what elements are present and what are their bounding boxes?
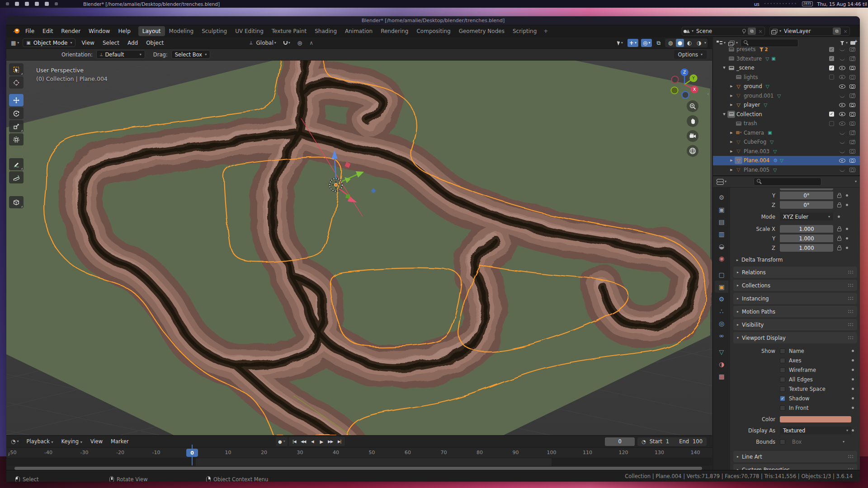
- orientation-dropdown[interactable]: ⟂Default▾: [96, 50, 145, 59]
- taskbar-arrow-icon[interactable]: [55, 2, 58, 5]
- navigation-axis-gizmo[interactable]: Z Y X: [669, 68, 700, 99]
- pan-hand-button[interactable]: [687, 115, 698, 127]
- timeline-menu-marker[interactable]: Marker: [107, 437, 133, 446]
- properties-tab-world[interactable]: ◉: [715, 252, 728, 264]
- drag-handle-icon[interactable]: [848, 468, 854, 470]
- shading-material-button[interactable]: ◐: [685, 39, 693, 47]
- taskbar-menu-icon[interactable]: [6, 2, 9, 5]
- current-frame-field[interactable]: 0: [605, 437, 635, 446]
- add-workspace-button[interactable]: +: [541, 26, 551, 36]
- unlock-icon[interactable]: [837, 195, 841, 198]
- tool-rotate[interactable]: [9, 107, 24, 119]
- checkbox-shadow[interactable]: ✓: [780, 396, 785, 401]
- next-keyframe-button[interactable]: ▶▶: [326, 437, 335, 446]
- rotation-z-field[interactable]: 0°: [780, 201, 833, 209]
- scale-z-field[interactable]: 1.000: [780, 244, 833, 252]
- outliner-row-3dtexture[interactable]: 3dtexture▽▣✓: [713, 54, 860, 64]
- collection-checkbox[interactable]: [829, 75, 834, 80]
- checkbox-in-front[interactable]: [780, 405, 785, 411]
- unlock-icon[interactable]: [837, 228, 841, 231]
- hide-in-viewport-toggle[interactable]: [840, 131, 845, 135]
- panel-custom-properties[interactable]: ▸Custom Properties: [733, 464, 857, 470]
- jump-to-end-button[interactable]: ▶|: [335, 437, 344, 446]
- outliner-row-ground-001[interactable]: ▶▽ground.001▽: [713, 91, 860, 101]
- unlink-scene-button[interactable]: ×: [758, 28, 763, 34]
- expand-toggle[interactable]: ▶: [728, 94, 735, 98]
- checkbox-all-edges[interactable]: [780, 377, 785, 382]
- drag-handle-icon[interactable]: [848, 455, 854, 459]
- properties-options-dropdown[interactable]: ▾: [855, 180, 857, 183]
- collection-checkbox[interactable]: ✓: [829, 66, 834, 70]
- bounds-checkbox[interactable]: [780, 439, 785, 445]
- disable-in-renders-toggle[interactable]: [849, 112, 855, 117]
- disable-in-renders-toggle[interactable]: [849, 122, 855, 126]
- unlock-icon[interactable]: [837, 204, 841, 207]
- outliner-row-presets[interactable]: presets2✓: [713, 45, 860, 54]
- camera-view-button[interactable]: [687, 130, 698, 142]
- proportional-editing-toggle[interactable]: ◎: [296, 39, 304, 47]
- hide-in-viewport-toggle[interactable]: [839, 122, 845, 126]
- properties-tab-material[interactable]: ◑: [715, 358, 728, 370]
- proportional-falloff-dropdown[interactable]: ∧: [307, 39, 315, 47]
- animate-dot[interactable]: [852, 350, 854, 352]
- show-gizmo-toggle[interactable]: +▾: [627, 39, 638, 47]
- animate-dot[interactable]: [852, 359, 854, 361]
- disable-in-renders-toggle[interactable]: [849, 131, 855, 135]
- menu-file[interactable]: File: [21, 27, 38, 36]
- chevron-down-icon[interactable]: ▾: [692, 29, 693, 33]
- menu-window[interactable]: Window: [85, 27, 114, 36]
- viewport-menu-select[interactable]: Select: [99, 38, 123, 47]
- timeline-menu-playback[interactable]: Playback ▾: [23, 437, 57, 446]
- disable-in-renders-toggle[interactable]: [849, 159, 855, 163]
- new-scene-button[interactable]: ⧉: [748, 28, 756, 35]
- expand-toggle[interactable]: ▼: [721, 113, 727, 116]
- object-type-visibility-dropdown[interactable]: ▾: [616, 40, 625, 46]
- hide-in-viewport-toggle[interactable]: [839, 66, 845, 70]
- workspace-tab-rendering[interactable]: Rendering: [377, 26, 412, 36]
- hide-in-viewport-toggle[interactable]: [839, 84, 845, 89]
- keyboard-layout-indicator[interactable]: us: [754, 1, 760, 7]
- taskbar-workspace-icon[interactable]: [15, 2, 19, 6]
- workspace-tab-sculpting[interactable]: Sculpting: [198, 26, 231, 36]
- show-overlays-toggle[interactable]: ◎▾: [641, 39, 652, 47]
- region-collapse-arrow[interactable]: ‹: [707, 90, 709, 97]
- new-view-layer-button[interactable]: ⧉: [833, 28, 841, 35]
- tool-scale[interactable]: [9, 120, 24, 132]
- drag-handle-icon[interactable]: [848, 283, 854, 287]
- bounds-dropdown[interactable]: Box▾: [789, 438, 848, 446]
- disable-in-renders-toggle[interactable]: [849, 84, 855, 89]
- taskbar-files-icon[interactable]: [35, 2, 39, 6]
- timeline-track[interactable]: [6, 458, 712, 466]
- properties-tab-particles[interactable]: ∴: [715, 305, 728, 317]
- panel-viewport-display[interactable]: ▾Viewport Display: [733, 332, 857, 343]
- disable-in-renders-toggle[interactable]: [849, 168, 855, 172]
- properties-tab-object[interactable]: ▣: [715, 281, 728, 293]
- view-layer-selector[interactable]: ▾ ViewLayer ⧉ ×: [769, 27, 850, 36]
- collection-checkbox[interactable]: ✓: [829, 112, 834, 117]
- timeline-menu-view[interactable]: View: [86, 437, 107, 446]
- pin-icon[interactable]: [742, 29, 746, 34]
- workspace-tab-shading[interactable]: Shading: [311, 26, 341, 36]
- outliner-row-player[interactable]: ▶▽player▽: [713, 100, 860, 110]
- properties-tab-object-data[interactable]: ▽: [715, 346, 728, 358]
- toggle-xray-button[interactable]: ⧉: [655, 39, 662, 47]
- chevron-down-icon[interactable]: ▾: [779, 29, 781, 33]
- animate-dot[interactable]: [846, 228, 848, 230]
- panel-collections[interactable]: ▸Collections: [733, 280, 857, 291]
- scale-x-field[interactable]: 1.000: [780, 225, 833, 233]
- play-button[interactable]: ▶: [317, 437, 326, 446]
- panel-visibility[interactable]: ▸Visibility: [733, 319, 857, 330]
- workspace-tab-animation[interactable]: Animation: [341, 26, 377, 36]
- properties-tab-modifiers[interactable]: ⚙: [715, 293, 728, 305]
- tool-transform[interactable]: [9, 133, 24, 145]
- hide-in-viewport-toggle[interactable]: [840, 47, 845, 51]
- properties-tab-collection[interactable]: ▢: [715, 268, 728, 281]
- previous-keyframe-button[interactable]: ◀◀: [299, 437, 308, 446]
- rotation-y-field[interactable]: 0°: [780, 192, 833, 199]
- animate-dot[interactable]: [846, 204, 848, 206]
- hide-in-viewport-toggle[interactable]: [840, 150, 845, 153]
- stopwatch-icon[interactable]: ◔: [642, 439, 646, 445]
- color-swatch[interactable]: [780, 416, 851, 422]
- animate-dot[interactable]: [852, 429, 854, 432]
- timeline-ruler[interactable]: -50-40-30-20-100102030405060708090100110…: [6, 448, 712, 458]
